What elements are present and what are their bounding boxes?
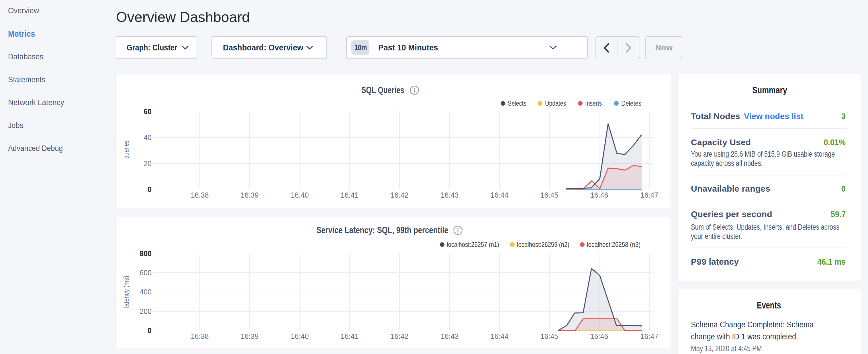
svg-text:200: 200 xyxy=(140,307,152,315)
svg-text:16:42: 16:42 xyxy=(391,191,409,199)
svg-text:0: 0 xyxy=(148,185,152,193)
svg-text:latency (ms): latency (ms) xyxy=(122,276,130,308)
svg-text:16:45: 16:45 xyxy=(540,332,559,340)
svg-text:16:44: 16:44 xyxy=(491,191,509,199)
svg-text:400: 400 xyxy=(140,288,152,296)
svg-text:16:38: 16:38 xyxy=(191,332,209,340)
svg-text:16:47: 16:47 xyxy=(641,191,658,199)
svg-text:16:42: 16:42 xyxy=(391,332,409,340)
svg-text:16:40: 16:40 xyxy=(291,332,309,340)
svg-text:20: 20 xyxy=(144,160,152,167)
svg-text:40: 40 xyxy=(144,133,152,141)
svg-text:60: 60 xyxy=(144,107,152,116)
svg-text:800: 800 xyxy=(140,250,152,257)
svg-text:queries: queries xyxy=(122,140,130,159)
svg-text:16:39: 16:39 xyxy=(241,332,259,340)
svg-text:16:46: 16:46 xyxy=(590,191,608,199)
svg-text:16:40: 16:40 xyxy=(291,191,309,199)
svg-text:16:41: 16:41 xyxy=(341,332,359,340)
svg-text:0: 0 xyxy=(148,326,152,334)
svg-text:16:44: 16:44 xyxy=(491,332,509,340)
svg-text:16:43: 16:43 xyxy=(441,332,459,340)
svg-text:16:38: 16:38 xyxy=(191,191,209,199)
svg-text:16:41: 16:41 xyxy=(341,191,359,199)
svg-text:600: 600 xyxy=(140,269,152,277)
svg-text:16:46: 16:46 xyxy=(590,332,608,340)
svg-text:16:39: 16:39 xyxy=(241,191,259,199)
svg-text:16:43: 16:43 xyxy=(441,191,459,199)
svg-text:16:47: 16:47 xyxy=(641,332,658,340)
svg-text:16:45: 16:45 xyxy=(540,191,559,199)
